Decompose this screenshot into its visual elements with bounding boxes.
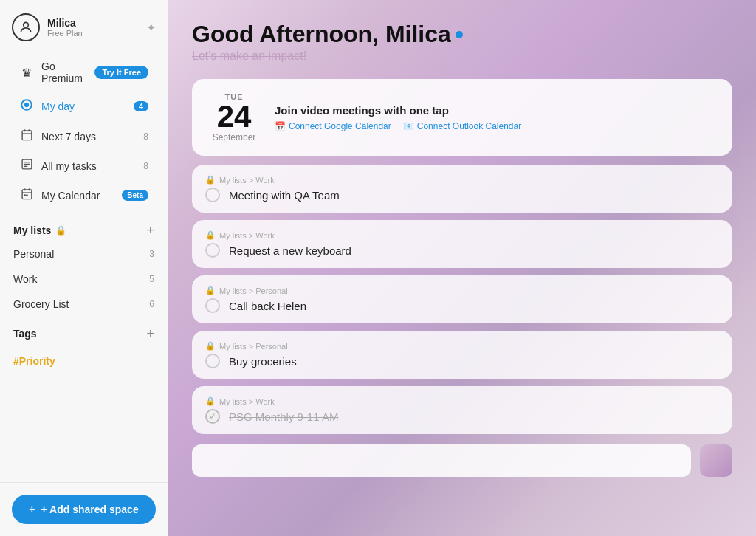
task-checkbox-0[interactable]	[205, 188, 220, 202]
task-lock-icon-3: 🔒	[205, 341, 216, 351]
list-grocery-count: 6	[149, 299, 154, 309]
add-shared-space-button[interactable]: + + Add shared space	[12, 495, 156, 524]
greeting-title: Good Afternoon, Milica	[192, 21, 732, 48]
date-number: 24	[208, 101, 260, 132]
task-path-1: My lists > Work	[219, 231, 275, 240]
task-card-4: 🔒 My lists > Work PSG Monthly 9-11 AM	[192, 386, 732, 434]
task-body-3: Buy groceries	[205, 354, 719, 368]
sidebar-nav: ♛ Go Premium Try It Free My day 4	[0, 50, 168, 213]
connect-outlook-calendar-link[interactable]: 📧 Connect Outlook Calendar	[403, 121, 521, 131]
calendar-info: Join video meetings with one tap 📅 Conne…	[275, 104, 521, 131]
user-details: Milica Free Plan	[47, 17, 83, 38]
tags-section-header: Tags +	[0, 317, 168, 345]
main-content: Good Afternoon, Milica Let's make an imp…	[168, 0, 756, 536]
task-meta-4: 🔒 My lists > Work	[205, 396, 719, 406]
task-name-0: Meeting with QA Team	[229, 189, 340, 202]
allmytasks-label: All my tasks	[41, 160, 136, 172]
mylists-label: My lists	[13, 224, 51, 236]
calendar-heading: Join video meetings with one tap	[275, 104, 521, 117]
allmytasks-badge: 8	[143, 161, 148, 171]
tags-add-button[interactable]: +	[146, 327, 154, 340]
sidebar-header: Milica Free Plan ✦	[0, 0, 168, 50]
premium-icon: ♛	[19, 66, 34, 80]
list-personal-count: 3	[149, 249, 154, 259]
google-cal-label: Connect Google Calendar	[289, 121, 391, 131]
bottom-bar	[192, 444, 732, 477]
myday-label: My day	[41, 100, 126, 112]
task-path-4: My lists > Work	[219, 397, 275, 406]
sidebar-footer: + + Add shared space	[0, 482, 168, 536]
sidebar-item-allmytasks[interactable]: All my tasks 8	[6, 151, 162, 180]
list-work-name: Work	[13, 273, 146, 285]
task-checkbox-2[interactable]	[205, 298, 220, 313]
task-body-2: Call back Helen	[205, 298, 719, 313]
task-path-3: My lists > Personal	[219, 342, 288, 351]
task-meta-0: 🔒 My lists > Work	[205, 175, 719, 185]
bottom-thumbnail	[700, 444, 732, 477]
mycalendar-icon	[19, 188, 34, 203]
task-lock-icon-1: 🔒	[205, 230, 216, 240]
calendar-card: TUE 24 September Join video meetings wit…	[192, 79, 732, 156]
task-name-2: Call back Helen	[229, 300, 306, 312]
task-card-2: 🔒 My lists > Personal Call back Helen	[192, 275, 732, 323]
google-cal-icon: 📅	[275, 121, 286, 131]
next7days-label: Next 7 days	[41, 131, 136, 142]
task-card-3: 🔒 My lists > Personal Buy groceries	[192, 331, 732, 379]
greeting-text: Good Afternoon, Milica	[192, 21, 451, 48]
list-item-grocery[interactable]: Grocery List 6	[0, 292, 168, 316]
user-plan: Free Plan	[47, 29, 83, 38]
task-path-2: My lists > Personal	[219, 286, 288, 295]
task-lock-icon-2: 🔒	[205, 286, 216, 295]
task-checkbox-4[interactable]	[205, 409, 220, 424]
svg-point-0	[24, 22, 29, 27]
sidebar-item-premium[interactable]: ♛ Go Premium Try It Free	[6, 54, 162, 91]
task-name-1: Request a new keyboard	[229, 244, 351, 257]
list-item-work[interactable]: Work 5	[0, 267, 168, 291]
date-block: TUE 24 September	[208, 92, 260, 142]
mycalendar-label: My Calendar	[41, 190, 114, 202]
tags-list: #Priority	[0, 345, 168, 377]
add-shared-plus-icon: +	[29, 504, 35, 515]
bottom-input-area[interactable]	[192, 444, 691, 477]
premium-label: Go Premium	[41, 61, 87, 84]
task-card-0: 🔒 My lists > Work Meeting with QA Team	[192, 165, 732, 213]
task-lock-icon-0: 🔒	[205, 175, 216, 185]
connect-google-calendar-link[interactable]: 📅 Connect Google Calendar	[275, 121, 391, 131]
next7days-icon	[19, 128, 34, 144]
allmytasks-icon	[19, 158, 34, 173]
tag-priority[interactable]: #Priority	[0, 351, 168, 371]
sidebar-item-myday[interactable]: My day 4	[6, 92, 162, 121]
task-body-0: Meeting with QA Team	[205, 188, 719, 202]
task-meta-3: 🔒 My lists > Personal	[205, 341, 719, 351]
outlook-cal-icon: 📧	[403, 121, 414, 131]
svg-rect-3	[22, 131, 32, 140]
mylists-add-button[interactable]: +	[146, 224, 154, 237]
task-checkbox-1[interactable]	[205, 243, 220, 258]
list-item-personal[interactable]: Personal 3	[0, 242, 168, 266]
user-info: Milica Free Plan	[12, 13, 83, 41]
task-lock-icon-4: 🔒	[205, 396, 216, 406]
svg-point-2	[25, 103, 29, 107]
sidebar: Milica Free Plan ✦ ♛ Go Premium Try It F…	[0, 0, 168, 536]
myday-icon	[19, 98, 34, 114]
task-checkbox-3[interactable]	[205, 354, 220, 368]
list-personal-name: Personal	[13, 248, 146, 260]
tags-label: Tags	[13, 328, 37, 340]
lock-icon: 🔒	[55, 225, 66, 236]
task-body-4: PSG Monthly 9-11 AM	[205, 409, 719, 424]
tags-title: Tags	[13, 328, 37, 340]
mylists-section-header: My lists 🔒 +	[0, 213, 168, 241]
user-name: Milica	[47, 17, 83, 29]
pin-icon[interactable]: ✦	[146, 21, 156, 35]
calendar-links: 📅 Connect Google Calendar 📧 Connect Outl…	[275, 121, 521, 131]
list-grocery-name: Grocery List	[13, 298, 146, 310]
task-meta-2: 🔒 My lists > Personal	[205, 286, 719, 295]
mycalendar-beta-badge: Beta	[122, 190, 148, 201]
avatar	[12, 13, 40, 41]
svg-point-15	[24, 195, 24, 196]
sidebar-item-next7days[interactable]: Next 7 days 8	[6, 122, 162, 151]
greeting-dot	[456, 31, 463, 38]
sidebar-item-mycalendar[interactable]: My Calendar Beta	[6, 181, 162, 210]
try-free-badge: Try It Free	[94, 66, 148, 79]
task-card-1: 🔒 My lists > Work Request a new keyboard	[192, 220, 732, 268]
